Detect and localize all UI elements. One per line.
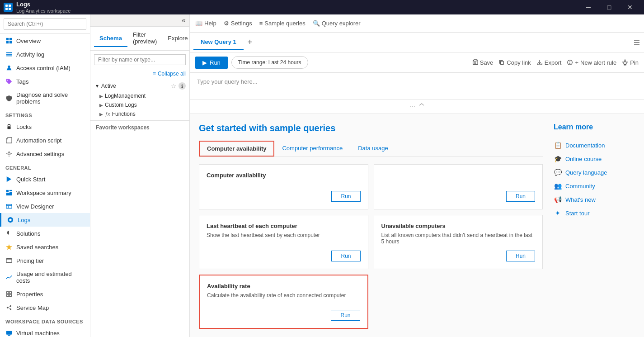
close-button[interactable]: ✕: [620, 0, 640, 14]
settings-button[interactable]: ⚙ Settings: [224, 20, 252, 27]
collapse-label: Collapse all: [158, 71, 186, 77]
start-tour-label: Start tour: [565, 210, 589, 217]
availability-rate-desc: Calculate the availability rate of each …: [207, 292, 360, 304]
learn-link-query-language[interactable]: 💬 Query language: [554, 166, 635, 179]
sample-tab-computer-availability[interactable]: Computer availability: [199, 141, 274, 157]
filter-input[interactable]: [94, 54, 186, 65]
properties-icon: [5, 290, 13, 298]
new-alert-button[interactable]: + New alert rule: [567, 59, 616, 66]
availability-rate-run-button[interactable]: Run: [331, 310, 360, 321]
learn-link-start-tour[interactable]: ✦ Start tour: [554, 206, 635, 220]
queries-content: Get started with sample queries Computer…: [199, 123, 543, 329]
sample-tab-computer-performance[interactable]: Computer performance: [274, 141, 350, 157]
sidebar-label-solutions: Solutions: [16, 230, 40, 237]
sidebar-item-quickstart[interactable]: Quick Start: [0, 172, 90, 186]
sample-layout: Get started with sample queries Computer…: [199, 123, 635, 329]
card1-run-button[interactable]: Run: [331, 191, 360, 202]
tree-label-custom-logs: Custom Logs: [105, 102, 137, 108]
card2-desc: [381, 175, 536, 185]
minimize-button[interactable]: ─: [578, 0, 599, 14]
learn-link-documentation[interactable]: 📋 Documentation: [554, 138, 635, 152]
tree-item-logmanagement[interactable]: ▶ LogManagement: [90, 91, 189, 100]
toolbar: ▶ Run Time range: Last 24 hours Save Cop…: [190, 52, 644, 73]
export-button[interactable]: Export: [536, 59, 562, 66]
svg-rect-18: [6, 193, 12, 195]
collapse-sidebar-button[interactable]: «: [182, 16, 186, 24]
last-heartbeat-title: Last heartbeat of each computer: [207, 223, 361, 229]
unavailable-footer: Run: [381, 251, 536, 261]
query-card-2: Run: [374, 164, 543, 209]
last-heartbeat-run-button[interactable]: Run: [331, 251, 360, 261]
virtual-machines-icon: [5, 329, 13, 337]
svg-rect-5: [9, 38, 12, 40]
tab-filter[interactable]: Filter (preview): [127, 27, 162, 50]
app-icon: [4, 3, 13, 12]
run-label: Run: [210, 59, 221, 66]
star-icon[interactable]: ☆: [171, 82, 177, 90]
learn-link-community[interactable]: 👥 Community: [554, 179, 635, 193]
query-tabs-bar: New Query 1 +: [190, 33, 644, 52]
sidebar-item-usage-costs[interactable]: Usage and estimated costs: [0, 267, 90, 287]
run-button[interactable]: ▶ Run: [195, 57, 228, 69]
documentation-icon: 📋: [554, 141, 562, 149]
sidebar-item-properties[interactable]: Properties: [0, 287, 90, 301]
sidebar-item-automation[interactable]: Automation script: [0, 133, 90, 147]
advanced-settings-icon: [5, 150, 13, 157]
help-button[interactable]: 📖 Help: [195, 20, 216, 27]
sidebar-item-access-control[interactable]: Access control (IAM): [0, 61, 90, 75]
sidebar-item-advanced-settings[interactable]: Advanced settings: [0, 147, 90, 161]
card2-run-button[interactable]: Run: [506, 191, 535, 202]
tree-item-functions[interactable]: ▶ ƒx Functions: [90, 109, 189, 119]
time-range-button[interactable]: Time range: Last 24 hours: [231, 56, 308, 69]
collapse-all-button[interactable]: ≡ Collapse all: [153, 71, 186, 77]
sidebar-item-locks[interactable]: Locks: [0, 120, 90, 133]
community-icon: 👥: [554, 182, 562, 190]
unavailable-run-button[interactable]: Run: [506, 251, 535, 261]
active-info-icon: ℹ: [179, 82, 186, 90]
search-input[interactable]: [4, 18, 86, 30]
sidebar-label-tags: Tags: [16, 78, 28, 85]
expand-dots: ···: [409, 103, 415, 111]
sidebar-item-saved-searches[interactable]: Saved searches: [0, 240, 90, 254]
sidebar-item-activity-log[interactable]: Activity log: [0, 47, 90, 61]
sidebar-item-tags[interactable]: Tags: [0, 75, 90, 88]
svg-rect-30: [9, 294, 11, 296]
sidebar-item-service-map[interactable]: Service Map: [0, 301, 90, 314]
sidebar-item-pricing[interactable]: Pricing tier: [0, 254, 90, 267]
maximize-button[interactable]: □: [599, 0, 620, 14]
whats-new-icon: 📢: [554, 195, 562, 204]
copy-link-button[interactable]: Copy link: [498, 59, 531, 66]
learn-link-whats-new[interactable]: 📢 What's new: [554, 193, 635, 206]
tab-settings-icon[interactable]: [633, 39, 640, 46]
sidebar-item-workspace-summary[interactable]: Workspace summary: [0, 186, 90, 199]
tab-explore[interactable]: Explore: [162, 30, 190, 47]
access-control-icon: [5, 64, 13, 71]
add-query-tab-button[interactable]: +: [244, 36, 256, 49]
saved-searches-icon: [5, 243, 13, 251]
sidebar-item-virtual-machines[interactable]: Virtual machines: [0, 326, 90, 337]
sidebar-item-logs[interactable]: Logs: [0, 213, 90, 227]
tab-schema[interactable]: Schema: [94, 30, 127, 47]
sample-tab-data-usage[interactable]: Data usage: [350, 141, 396, 157]
expand-handle[interactable]: ···: [190, 100, 644, 114]
sidebar-item-diagnose[interactable]: Diagnose and solve problems: [0, 88, 90, 108]
sidebar-label-saved-searches: Saved searches: [16, 244, 58, 251]
sidebar-item-view-designer[interactable]: View Designer: [0, 199, 90, 213]
sidebar-item-solutions[interactable]: Solutions: [0, 227, 90, 240]
schema-tabs: Schema Filter (preview) Explore »: [90, 27, 189, 51]
svg-point-23: [9, 218, 11, 221]
query-tab-1[interactable]: New Query 1: [193, 35, 244, 50]
query-editor[interactable]: Type your query here...: [190, 73, 644, 100]
sidebar-section-general: General: [0, 161, 90, 172]
active-label: Active: [101, 83, 116, 89]
learn-link-online-course[interactable]: 🎓 Online course: [554, 152, 635, 166]
save-button[interactable]: Save: [472, 59, 494, 66]
tree-item-custom-logs[interactable]: ▶ Custom Logs: [90, 100, 189, 109]
pin-button[interactable]: Pin: [622, 59, 639, 66]
sample-queries-button[interactable]: ≡ Sample queries: [259, 20, 306, 27]
query-language-label: Query language: [565, 169, 607, 176]
documentation-label: Documentation: [565, 142, 605, 149]
query-area: 📖 Help ⚙ Settings ≡ Sample queries 🔍 Que…: [190, 14, 644, 337]
query-explorer-button[interactable]: 🔍 Query explorer: [313, 20, 361, 27]
sidebar-item-overview[interactable]: Overview: [0, 34, 90, 47]
